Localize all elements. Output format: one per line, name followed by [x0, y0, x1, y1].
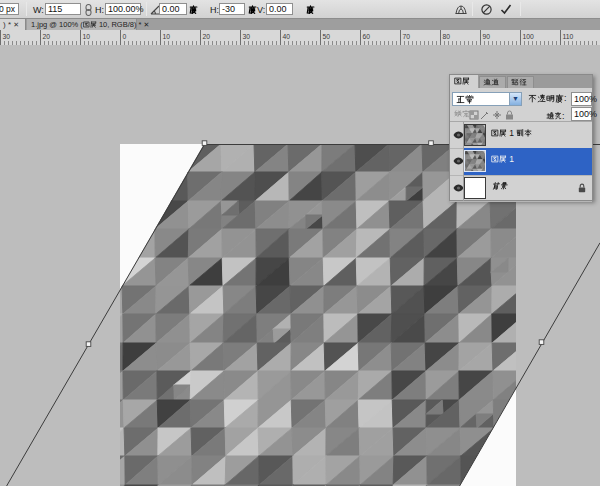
svg-text:90: 90: [483, 33, 491, 40]
svg-text:20: 20: [43, 33, 51, 40]
svg-text:60: 60: [363, 33, 371, 40]
svg-text:100: 100: [523, 33, 535, 40]
svg-text:20: 20: [203, 33, 211, 40]
svg-text:10: 10: [83, 33, 91, 40]
svg-text:110: 110: [563, 33, 574, 40]
svg-text:70: 70: [403, 33, 411, 40]
svg-text:50: 50: [323, 33, 331, 40]
svg-text:30: 30: [243, 33, 251, 40]
svg-text:80: 80: [443, 33, 451, 40]
svg-text:30: 30: [3, 33, 11, 40]
svg-text:40: 40: [283, 33, 291, 40]
svg-text:10: 10: [163, 33, 171, 40]
svg-text:0: 0: [123, 33, 127, 40]
